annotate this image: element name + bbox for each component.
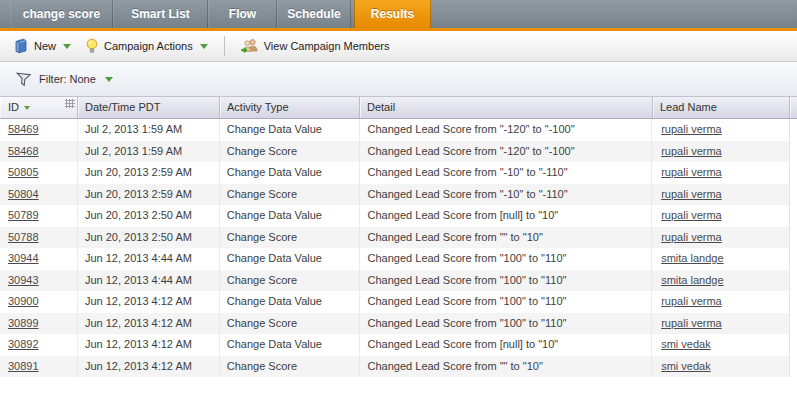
campaign-members-icon [241,38,259,54]
table-row: 50804Jun 20, 2013 2:59 AMChange ScoreCha… [0,184,790,206]
row-lead-name-link[interactable]: rupali verma [661,188,722,200]
row-id-link[interactable]: 58468 [8,145,39,157]
new-button[interactable]: New [6,34,78,58]
row-id-cell: 50804 [0,184,78,206]
row-lead-name-link[interactable]: rupali verma [661,166,722,178]
row-lead-name-cell: rupali verma [652,227,789,249]
column-header-id[interactable]: ID [0,97,78,118]
column-header-filler [790,97,797,118]
row-lead-name-link[interactable]: rupali verma [661,145,722,157]
row-lead-name-link[interactable]: smita landge [661,252,723,264]
row-detail-cell: Changed Lead Score from "-10" to "-110" [360,184,653,206]
tab-bar: change score Smart List Flow Schedule Re… [0,0,797,28]
row-detail-cell: Changed Lead Score from [null] to "10" [360,334,653,356]
row-activity-type-cell: Change Score [220,227,360,249]
row-activity-type-cell: Change Score [220,313,360,335]
row-datetime-cell: Jul 2, 2013 1:59 AM [78,141,220,163]
row-id-link[interactable]: 30944 [8,252,39,264]
row-lead-name-link[interactable]: smi vedak [661,338,711,350]
row-id-cell: 30944 [0,248,78,270]
row-detail-cell: Changed Lead Score from "" to "10" [360,227,653,249]
column-header-datetime[interactable]: Date/Time PDT [78,97,220,118]
row-activity-type-cell: Change Score [220,141,360,163]
row-id-link[interactable]: 30900 [8,295,39,307]
row-id-link[interactable]: 50804 [8,188,39,200]
row-datetime-cell: Jun 12, 2013 4:44 AM [78,270,220,292]
row-lead-name-cell: rupali verma [652,141,789,163]
row-id-link[interactable]: 58469 [8,123,39,135]
row-datetime-cell: Jun 12, 2013 4:44 AM [78,248,220,270]
row-id-link[interactable]: 30891 [8,360,39,372]
filter-button[interactable]: Filter: None [8,67,120,91]
row-id-link[interactable]: 30943 [8,274,39,286]
row-activity-type-cell: Change Score [220,356,360,378]
table-row: 30899Jun 12, 2013 4:12 AMChange ScoreCha… [0,313,790,335]
row-datetime-cell: Jun 20, 2013 2:59 AM [78,184,220,206]
row-lead-name-link[interactable]: smita landge [661,274,723,286]
column-header-detail[interactable]: Detail [360,97,653,118]
toolbar: New Campaign Actions [0,31,797,62]
row-datetime-cell: Jun 20, 2013 2:50 AM [78,205,220,227]
tab-schedule[interactable]: Schedule [277,0,351,28]
row-lead-name-link[interactable]: rupali verma [661,295,722,307]
row-id-cell: 30891 [0,356,78,378]
table-row: 50788Jun 20, 2013 2:50 AMChange ScoreCha… [0,227,790,249]
table-row: 50789Jun 20, 2013 2:50 AMChange Data Val… [0,205,790,227]
row-id-cell: 50789 [0,205,78,227]
chevron-down-icon [105,77,113,82]
table-row: 50805Jun 20, 2013 2:59 AMChange Data Val… [0,162,790,184]
column-header-lead-name[interactable]: Lead Name [653,97,790,118]
row-detail-cell: Changed Lead Score from "" to "10" [360,356,653,378]
row-lead-name-link[interactable]: smi vedak [661,360,711,372]
row-lead-name-cell: rupali verma [652,119,789,141]
row-lead-name-link[interactable]: rupali verma [661,123,722,135]
row-lead-name-cell: rupali verma [652,291,789,313]
chevron-down-icon [200,44,208,49]
tab-results[interactable]: Results [354,0,431,28]
row-activity-type-cell: Change Data Value [220,248,360,270]
row-lead-name-link[interactable]: rupali verma [661,231,722,243]
row-lead-name-link[interactable]: rupali verma [661,317,722,329]
sort-down-icon [24,106,30,110]
tab-change-score[interactable]: change score [10,0,113,28]
row-detail-cell: Changed Lead Score from [null] to "10" [360,205,653,227]
row-lead-name-cell: rupali verma [652,313,789,335]
row-datetime-cell: Jun 12, 2013 4:12 AM [78,334,220,356]
table-row: 30944Jun 12, 2013 4:44 AMChange Data Val… [0,248,790,270]
row-detail-cell: Changed Lead Score from "100" to "110" [360,270,653,292]
tab-smart-list[interactable]: Smart List [113,0,208,28]
filter-label: Filter: None [39,73,96,85]
row-id-link[interactable]: 50788 [8,231,39,243]
row-activity-type-cell: Change Data Value [220,205,360,227]
row-id-link[interactable]: 30899 [8,317,39,329]
row-id-link[interactable]: 30892 [8,338,39,350]
table-row: 30900Jun 12, 2013 4:12 AMChange Data Val… [0,291,790,313]
row-lead-name-cell: smi vedak [652,334,789,356]
row-datetime-cell: Jun 20, 2013 2:50 AM [78,227,220,249]
row-activity-type-cell: Change Score [220,184,360,206]
row-id-cell: 30943 [0,270,78,292]
row-lead-name-cell: smita landge [652,270,789,292]
tab-flow[interactable]: Flow [208,0,277,28]
column-grip-icon [65,99,75,108]
campaign-actions-button[interactable]: Campaign Actions [78,34,215,58]
filter-bar: Filter: None [0,62,797,96]
filter-funnel-icon [15,72,32,87]
row-lead-name-cell: rupali verma [652,205,789,227]
row-lead-name-link[interactable]: rupali verma [661,209,722,221]
column-header-activity-type[interactable]: Activity Type [220,97,360,118]
row-id-link[interactable]: 50805 [8,166,39,178]
row-lead-name-cell: rupali verma [652,162,789,184]
row-lead-name-cell: smi vedak [652,356,789,378]
row-activity-type-cell: Change Score [220,270,360,292]
row-id-cell: 30892 [0,334,78,356]
view-campaign-members-button[interactable]: View Campaign Members [234,34,397,58]
row-id-link[interactable]: 50789 [8,209,39,221]
row-id-cell: 58468 [0,141,78,163]
table-row: 58468Jul 2, 2013 1:59 AMChange ScoreChan… [0,141,790,163]
row-id-cell: 30900 [0,291,78,313]
row-id-cell: 50788 [0,227,78,249]
row-datetime-cell: Jun 12, 2013 4:12 AM [78,356,220,378]
row-detail-cell: Changed Lead Score from "-120" to "-100" [360,141,653,163]
row-id-cell: 50805 [0,162,78,184]
